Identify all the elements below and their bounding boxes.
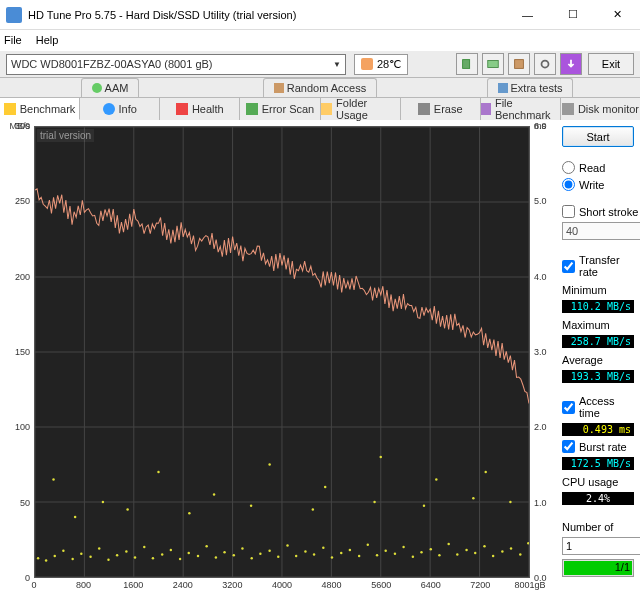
- short-stroke-check[interactable]: Short stroke: [562, 205, 634, 218]
- burst-rate-value: 172.5 MB/s: [562, 457, 634, 470]
- maximize-button[interactable]: ☐: [550, 0, 595, 29]
- svg-point-37: [170, 549, 172, 551]
- avg-value: 193.3 MB/s: [562, 370, 634, 383]
- close-button[interactable]: ✕: [595, 0, 640, 29]
- svg-point-77: [527, 542, 529, 544]
- start-button[interactable]: Start: [562, 126, 634, 147]
- svg-point-89: [188, 512, 190, 514]
- transfer-rate-check[interactable]: Transfer rate: [562, 254, 634, 278]
- avg-label: Average: [562, 354, 634, 366]
- svg-point-76: [519, 553, 521, 555]
- cpu-label: CPU usage: [562, 476, 634, 488]
- svg-point-94: [472, 497, 474, 499]
- tab-disk-monitor[interactable]: Disk monitor: [561, 98, 640, 120]
- svg-point-35: [152, 557, 154, 559]
- svg-point-53: [313, 553, 315, 555]
- temperature-indicator: 28℃: [354, 54, 408, 75]
- tab-folder-usage[interactable]: Folder Usage: [321, 98, 401, 120]
- svg-point-61: [384, 550, 386, 552]
- drive-select[interactable]: WDC WD8001FZBZ-00ASYA0 (8001 gB) ▼: [6, 54, 346, 75]
- menu-help[interactable]: Help: [36, 34, 59, 46]
- tab-benchmark[interactable]: Benchmark: [0, 98, 80, 120]
- burst-rate-check[interactable]: Burst rate: [562, 440, 634, 453]
- svg-point-75: [510, 547, 512, 549]
- error-scan-icon: [246, 103, 258, 115]
- progress-text: 1/1: [615, 561, 630, 573]
- svg-point-45: [241, 547, 243, 549]
- svg-point-42: [215, 556, 217, 558]
- access-time-value: 0.493 ms: [562, 423, 634, 436]
- svg-point-51: [295, 555, 297, 557]
- svg-point-30: [107, 559, 109, 561]
- minimize-button[interactable]: —: [505, 0, 550, 29]
- save-log-button[interactable]: [560, 53, 582, 75]
- tab-error-scan[interactable]: Error Scan: [240, 98, 320, 120]
- svg-point-62: [394, 553, 396, 555]
- extra-tests-icon: [498, 83, 508, 93]
- svg-point-87: [74, 516, 76, 518]
- thermometer-icon: [361, 58, 373, 70]
- svg-point-70: [465, 549, 467, 551]
- tab-file-benchmark[interactable]: File Benchmark: [481, 98, 561, 120]
- options-button[interactable]: [534, 53, 556, 75]
- copy-screenshot-button[interactable]: [482, 53, 504, 75]
- svg-point-88: [126, 508, 128, 510]
- save-screenshot-button[interactable]: [508, 53, 530, 75]
- copy-info-button[interactable]: [456, 53, 478, 75]
- svg-point-71: [474, 552, 476, 554]
- exit-button[interactable]: Exit: [588, 53, 634, 75]
- access-time-check[interactable]: Access time: [562, 395, 634, 419]
- svg-point-40: [197, 555, 199, 557]
- chart-area: 050100150200250300MB/s trial version 0.0…: [0, 120, 560, 600]
- svg-point-52: [304, 550, 306, 552]
- svg-point-58: [358, 555, 360, 557]
- tab-aam[interactable]: AAM: [81, 78, 140, 97]
- svg-point-93: [423, 505, 425, 507]
- svg-point-46: [250, 557, 252, 559]
- svg-point-39: [188, 552, 190, 554]
- svg-point-44: [233, 554, 235, 556]
- tab-info[interactable]: Info: [80, 98, 160, 120]
- svg-rect-0: [463, 60, 470, 69]
- content: 050100150200250300MB/s trial version 0.0…: [0, 120, 640, 600]
- svg-point-92: [373, 501, 375, 503]
- benchmark-plot: trial version: [34, 126, 530, 578]
- tab-health[interactable]: Health: [160, 98, 240, 120]
- window-title: HD Tune Pro 5.75 - Hard Disk/SSD Utility…: [28, 9, 505, 21]
- svg-point-50: [286, 544, 288, 546]
- svg-point-25: [62, 550, 64, 552]
- svg-point-33: [134, 556, 136, 558]
- aam-icon: [92, 83, 102, 93]
- svg-point-41: [205, 545, 207, 547]
- info-icon: [103, 103, 115, 115]
- title-bar: HD Tune Pro 5.75 - Hard Disk/SSD Utility…: [0, 0, 640, 30]
- svg-point-26: [71, 558, 73, 560]
- svg-point-22: [37, 557, 39, 559]
- svg-point-68: [447, 543, 449, 545]
- y-axis-left: 050100150200250300MB/s: [0, 126, 33, 578]
- tab-erase[interactable]: Erase: [401, 98, 481, 120]
- svg-point-36: [161, 553, 163, 555]
- right-panel: Start Read Write Short stroke ▲▼ gB Tran…: [560, 120, 640, 600]
- short-stroke-field[interactable]: ▲▼ gB: [562, 222, 634, 240]
- svg-point-48: [268, 550, 270, 552]
- tab-random-access[interactable]: Random Access: [263, 78, 377, 97]
- number-of-field[interactable]: ▲▼: [562, 537, 634, 555]
- svg-point-3: [542, 61, 549, 68]
- number-of-label: Number of: [562, 521, 634, 533]
- svg-point-31: [116, 554, 118, 556]
- svg-point-90: [250, 505, 252, 507]
- plot-svg: [35, 127, 529, 577]
- svg-point-69: [456, 553, 458, 555]
- svg-point-49: [277, 556, 279, 558]
- svg-point-47: [259, 553, 261, 555]
- write-radio[interactable]: Write: [562, 178, 634, 191]
- max-label: Maximum: [562, 319, 634, 331]
- read-radio[interactable]: Read: [562, 161, 634, 174]
- progress-bar: 1/1: [562, 559, 634, 577]
- menu-file[interactable]: File: [4, 34, 22, 46]
- svg-point-63: [402, 546, 404, 548]
- svg-point-72: [483, 545, 485, 547]
- tab-extra-tests[interactable]: Extra tests: [487, 78, 574, 97]
- min-label: Minimum: [562, 284, 634, 296]
